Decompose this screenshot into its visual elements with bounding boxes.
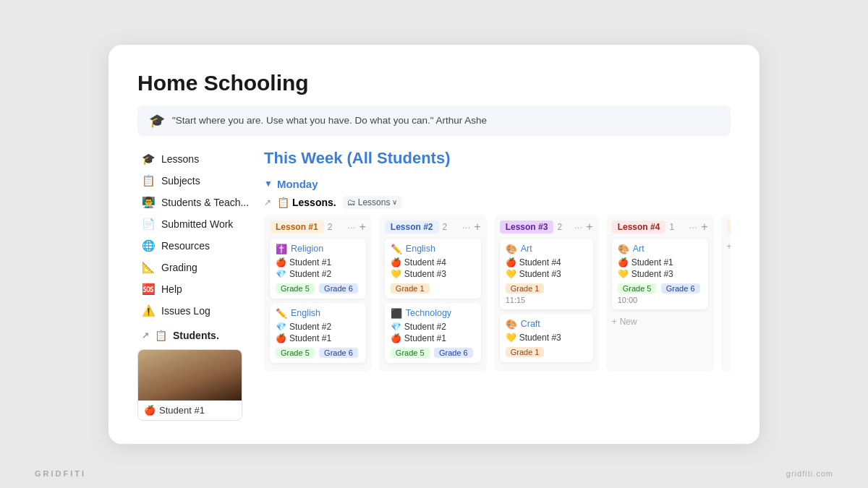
student-name: Student #1 [631,257,673,267]
kanban-col-header-2: Lesson #2 2 ··· + [385,221,481,234]
student-emoji: 🍎 [391,257,401,267]
kanban-col-header-1: Lesson #1 2 ··· + [270,221,366,234]
new-plus-icon-5: + [727,241,731,252]
subject-icon: 🎨 [618,244,629,254]
card-subject: 🎨 Craft [506,319,587,330]
sidebar-item-lessons[interactable]: 🎓 Lessons [137,149,255,169]
col-options-4[interactable]: ··· [689,221,698,233]
kanban-card[interactable]: 🎨 Art 🍎 Student #1 💛 Student #3 [612,239,708,309]
col-count-4: 1 [669,222,674,232]
grading-icon: 📐 [142,261,156,274]
kanban-col-header-3: Lesson #3 2 ··· + [500,221,593,234]
student-emoji: 💎 [276,322,286,332]
sidebar-item-subjects[interactable]: 📋 Subjects [137,171,255,191]
col-add-1[interactable]: + [359,221,366,234]
card-subject: 🎨 Art [506,244,587,254]
day-arrow-icon: ▼ [264,179,273,189]
footer: GRIDFITI gridfiti.com [0,469,868,478]
sidebar-item-students-teach[interactable]: 👨‍🏫 Students & Teach... [137,192,255,213]
help-icon: 🆘 [142,283,156,296]
grade-tag: Grade 6 [319,283,358,294]
card-student: 💛 Student #3 [618,269,702,279]
subjects-icon: 📋 [142,174,156,187]
card-student: 🍎 Student #1 [276,257,360,267]
sidebar-item-help[interactable]: 🆘 Help [137,279,255,299]
grade-tag: Grade 6 [434,348,473,358]
day-section-monday: ▼ Monday ↗ 📋 Lessons. 🗂 Lessons [264,178,731,372]
card-student: 🍎 Student #1 [391,333,475,343]
col-add-2[interactable]: + [474,221,480,234]
card-student: 💎 Student #2 [391,322,475,332]
col-label-1: Lesson #1 [270,221,324,234]
kanban-col-header-4: Lesson #4 1 ··· + [612,221,708,234]
new-card-button-4[interactable]: + New [612,314,708,330]
lessons-filter[interactable]: 🗂 Lessons ∨ [342,196,403,209]
kanban-board: Lesson #1 2 ··· + ✝️ Religion [264,215,731,372]
subject-icon: ✏️ [391,244,402,254]
student-name: Student #3 [519,269,561,279]
sidebar-item-label: Help [161,283,182,295]
student-name: Student #3 [631,269,673,279]
grade-tag: Grade 1 [506,347,545,357]
student-name: Student #4 [404,257,446,267]
app-card: Home Schooling 🎓 "Start where you are. U… [109,45,760,444]
student-name: Student #3 [519,333,561,343]
kanban-card[interactable]: ✝️ Religion 🍎 Student #1 💎 Student #2 [270,239,366,299]
sidebar-item-submitted-work[interactable]: 📄 Submitted Work [137,214,255,234]
kanban-card[interactable]: 🎨 Art 🍎 Student #4 💛 Student #3 [500,239,593,309]
student-emoji: 🍎 [276,257,286,267]
kanban-card[interactable]: ⬛ Technology 💎 Student #2 🍎 Student #1 [385,303,481,363]
kanban-card[interactable]: ✏️ English 💎 Student #2 🍎 Student #1 [270,303,366,363]
new-card-button-5[interactable]: + New [727,239,731,254]
day-label: Monday [277,178,318,190]
sidebar-item-label: Resources [161,240,210,252]
footer-right: gridfiti.com [786,469,833,478]
grade-tag: Grade 6 [661,283,700,294]
student-name: Student #1 [289,257,331,267]
sidebar-item-resources[interactable]: 🌐 Resources [137,236,255,256]
student-emoji: 🍎 [618,257,629,267]
time-tag: 11:15 [506,296,587,304]
students-section-header[interactable]: ↗ 📋 Students. [137,322,255,345]
card-subject: ✝️ Religion [276,244,360,254]
subject-name: English [291,308,320,318]
grade-tag: Grade 1 [391,283,430,294]
sidebar: 🎓 Lessons 📋 Subjects 👨‍🏫 Students & Teac… [137,149,264,421]
card-student: 💎 Student #2 [276,269,360,279]
kanban-col-2: Lesson #2 2 ··· + ✏️ English [379,215,487,372]
filter-db-icon: 🗂 [347,197,356,207]
kanban-card[interactable]: 🎨 Craft 💛 Student #3 Grade 1 [500,314,593,362]
footer-left: GRIDFITI [35,469,86,478]
card-subject: ✏️ English [276,308,360,319]
lessons-bar-arrow-icon: ↗ [264,197,271,207]
student-name: Student #2 [404,322,446,332]
section-arrow: ↗ [142,330,149,341]
content-area: This Week (All Students) ▼ Monday ↗ 📋 Le… [264,149,731,421]
col-options-2[interactable]: ··· [462,221,471,233]
sidebar-item-label: Lessons [161,153,199,165]
sidebar-item-issues-log[interactable]: ⚠️ Issues Log [137,301,255,321]
kanban-col-3: Lesson #3 2 ··· + 🎨 Art [494,215,599,372]
student-card[interactable]: 🍎 Student #1 [137,349,242,421]
section-icon: 📋 [155,330,167,341]
student-emoji: 💛 [506,333,516,343]
student-emoji: 💛 [391,269,401,279]
time-tag: 10:00 [618,296,702,304]
student-emoji: 💛 [618,269,629,279]
student-name: Student #2 [289,322,331,332]
card-subject: 🎨 Art [618,244,702,254]
grade-tag: Grade 5 [618,283,657,294]
sidebar-item-label: Subjects [161,175,200,187]
col-options-3[interactable]: ··· [574,221,583,233]
col-options-1[interactable]: ··· [347,221,356,233]
col-add-4[interactable]: + [701,221,707,234]
col-add-3[interactable]: + [586,221,592,234]
student-name: Student #1 [289,333,331,343]
issues-log-icon: ⚠️ [142,304,156,317]
kanban-card[interactable]: ✏️ English 🍎 Student #4 💛 Student #3 [385,239,481,299]
student-emoji: 🍎 [391,333,401,343]
student-name: Student #1 [404,333,446,343]
subject-icon: 🎨 [506,244,517,254]
day-header[interactable]: ▼ Monday [264,178,731,190]
sidebar-item-grading[interactable]: 📐 Grading [137,257,255,278]
